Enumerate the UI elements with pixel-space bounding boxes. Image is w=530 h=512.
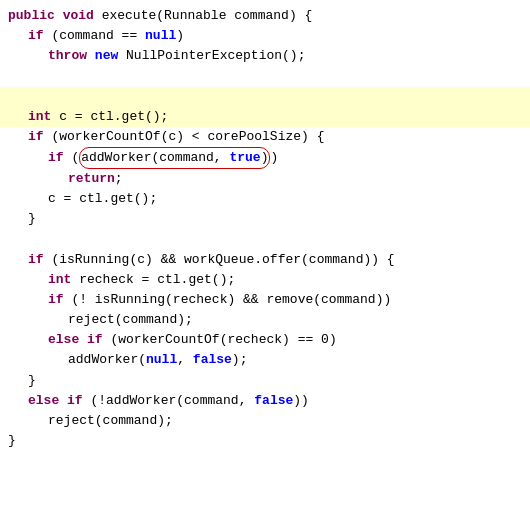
keyword-if-1: if xyxy=(28,26,44,46)
code-line-2: if (command == null) xyxy=(0,26,530,46)
keyword-else-2: else xyxy=(28,391,59,411)
keyword-throw: throw xyxy=(48,46,87,66)
keyword-void: void xyxy=(63,6,94,26)
keyword-if-7: if xyxy=(67,391,83,411)
keyword-if-4: if xyxy=(28,250,44,270)
code-line-1: public void execute(Runnable command) { xyxy=(0,6,530,26)
keyword-false-1: false xyxy=(193,350,232,370)
keyword-true: true xyxy=(229,150,260,165)
code-line-3: throw new NullPointerException(); xyxy=(0,46,530,66)
keyword-return: return xyxy=(68,169,115,189)
keyword-int-2: int xyxy=(48,270,71,290)
code-line-7: if (workerCountOf(c) < corePoolSize) { xyxy=(0,127,530,147)
code-line-5 xyxy=(0,87,530,107)
code-line-21: reject(command); xyxy=(0,411,530,431)
code-block: public void execute(Runnable command) { … xyxy=(0,0,530,457)
code-line-18: addWorker(null, false); xyxy=(0,350,530,370)
circle-highlight-addworker: addWorker(command, true) xyxy=(79,147,270,169)
keyword-public: public xyxy=(8,6,55,26)
code-line-14: int recheck = ctl.get(); xyxy=(0,270,530,290)
code-line-22: } xyxy=(0,431,530,451)
code-line-13: if (isRunning(c) && workQueue.offer(comm… xyxy=(0,250,530,270)
code-line-11: } xyxy=(0,209,530,229)
keyword-if-2: if xyxy=(28,127,44,147)
code-line-12 xyxy=(0,230,530,250)
keyword-if-5: if xyxy=(48,290,64,310)
keyword-int-1: int xyxy=(28,107,51,127)
keyword-null-2: null xyxy=(146,350,177,370)
keyword-null-1: null xyxy=(145,26,176,46)
code-line-10: c = ctl.get(); xyxy=(0,189,530,209)
code-line-20: else if (!addWorker(command, false)) xyxy=(0,391,530,411)
code-line-6: int c = ctl.get(); xyxy=(0,107,530,127)
code-line-15: if (! isRunning(recheck) && remove(comma… xyxy=(0,290,530,310)
code-line-8: if (addWorker(command, true)) xyxy=(0,147,530,169)
code-line-17: else if (workerCountOf(recheck) == 0) xyxy=(0,330,530,350)
code-line-4 xyxy=(0,66,530,86)
keyword-if-3: if xyxy=(48,148,64,168)
code-line-19: } xyxy=(0,371,530,391)
keyword-else-1: else xyxy=(48,330,79,350)
code-line-16: reject(command); xyxy=(0,310,530,330)
keyword-false-2: false xyxy=(254,391,293,411)
keyword-new: new xyxy=(95,46,118,66)
code-line-9: return; xyxy=(0,169,530,189)
keyword-if-6: if xyxy=(87,330,103,350)
